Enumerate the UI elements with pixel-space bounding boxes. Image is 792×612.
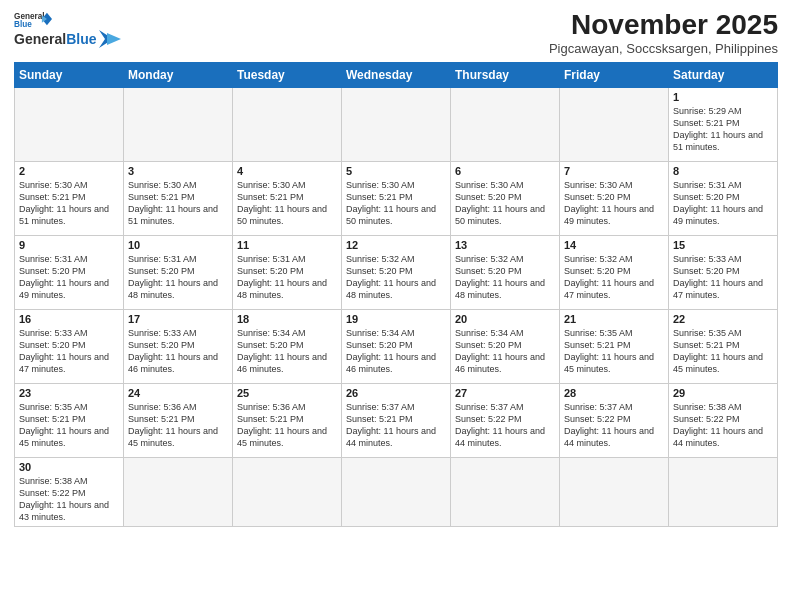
day-2: 2 Sunrise: 5:30 AMSunset: 5:21 PMDayligh… <box>15 161 124 235</box>
title-block: November 2025 Pigcawayan, Soccsksargen, … <box>549 10 778 56</box>
day-19: 19 Sunrise: 5:34 AMSunset: 5:20 PMDaylig… <box>342 309 451 383</box>
day-9: 9 Sunrise: 5:31 AMSunset: 5:20 PMDayligh… <box>15 235 124 309</box>
logo-icon-shape <box>99 30 121 48</box>
day-empty-2 <box>124 87 233 161</box>
day-empty-11 <box>560 457 669 527</box>
calendar-table: Sunday Monday Tuesday Wednesday Thursday… <box>14 62 778 528</box>
week-row-4: 16 Sunrise: 5:33 AMSunset: 5:20 PMDaylig… <box>15 309 778 383</box>
day-27: 27 Sunrise: 5:37 AMSunset: 5:22 PMDaylig… <box>451 383 560 457</box>
day-23: 23 Sunrise: 5:35 AMSunset: 5:21 PMDaylig… <box>15 383 124 457</box>
day-5: 5 Sunrise: 5:30 AMSunset: 5:21 PMDayligh… <box>342 161 451 235</box>
day-24: 24 Sunrise: 5:36 AMSunset: 5:21 PMDaylig… <box>124 383 233 457</box>
day-29: 29 Sunrise: 5:38 AMSunset: 5:22 PMDaylig… <box>669 383 778 457</box>
day-20: 20 Sunrise: 5:34 AMSunset: 5:20 PMDaylig… <box>451 309 560 383</box>
day-8: 8 Sunrise: 5:31 AMSunset: 5:20 PMDayligh… <box>669 161 778 235</box>
week-row-5: 23 Sunrise: 5:35 AMSunset: 5:21 PMDaylig… <box>15 383 778 457</box>
logo-general: General <box>14 31 66 47</box>
day-empty-8 <box>233 457 342 527</box>
day-6: 6 Sunrise: 5:30 AMSunset: 5:20 PMDayligh… <box>451 161 560 235</box>
day-empty-9 <box>342 457 451 527</box>
day-18: 18 Sunrise: 5:34 AMSunset: 5:20 PMDaylig… <box>233 309 342 383</box>
header-thursday: Thursday <box>451 62 560 87</box>
header-tuesday: Tuesday <box>233 62 342 87</box>
week-row-3: 9 Sunrise: 5:31 AMSunset: 5:20 PMDayligh… <box>15 235 778 309</box>
calendar-subtitle: Pigcawayan, Soccsksargen, Philippines <box>549 41 778 56</box>
day-empty-7 <box>124 457 233 527</box>
logo-svg: General Blue <box>14 10 52 28</box>
header-sunday: Sunday <box>15 62 124 87</box>
logo-blue: Blue <box>66 31 96 47</box>
day-10: 10 Sunrise: 5:31 AMSunset: 5:20 PMDaylig… <box>124 235 233 309</box>
day-13: 13 Sunrise: 5:32 AMSunset: 5:20 PMDaylig… <box>451 235 560 309</box>
day-25: 25 Sunrise: 5:36 AMSunset: 5:21 PMDaylig… <box>233 383 342 457</box>
day-28: 28 Sunrise: 5:37 AMSunset: 5:22 PMDaylig… <box>560 383 669 457</box>
day-15: 15 Sunrise: 5:33 AMSunset: 5:20 PMDaylig… <box>669 235 778 309</box>
week-row-2: 2 Sunrise: 5:30 AMSunset: 5:21 PMDayligh… <box>15 161 778 235</box>
day-empty-3 <box>233 87 342 161</box>
day-empty-12 <box>669 457 778 527</box>
day-empty-4 <box>342 87 451 161</box>
day-26: 26 Sunrise: 5:37 AMSunset: 5:21 PMDaylig… <box>342 383 451 457</box>
day-21: 21 Sunrise: 5:35 AMSunset: 5:21 PMDaylig… <box>560 309 669 383</box>
day-3: 3 Sunrise: 5:30 AMSunset: 5:21 PMDayligh… <box>124 161 233 235</box>
day-4: 4 Sunrise: 5:30 AMSunset: 5:21 PMDayligh… <box>233 161 342 235</box>
header-friday: Friday <box>560 62 669 87</box>
header-wednesday: Wednesday <box>342 62 451 87</box>
header: General Blue General Blue November 2025 … <box>14 10 778 56</box>
day-22: 22 Sunrise: 5:35 AMSunset: 5:21 PMDaylig… <box>669 309 778 383</box>
day-30: 30 Sunrise: 5:38 AMSunset: 5:22 PMDaylig… <box>15 457 124 527</box>
calendar-title: November 2025 <box>549 10 778 41</box>
weekday-header-row: Sunday Monday Tuesday Wednesday Thursday… <box>15 62 778 87</box>
day-14: 14 Sunrise: 5:32 AMSunset: 5:20 PMDaylig… <box>560 235 669 309</box>
week-row-1: 1 Sunrise: 5:29 AMSunset: 5:21 PMDayligh… <box>15 87 778 161</box>
day-empty-1 <box>15 87 124 161</box>
svg-text:Blue: Blue <box>14 20 32 28</box>
header-saturday: Saturday <box>669 62 778 87</box>
day-empty-6 <box>560 87 669 161</box>
header-monday: Monday <box>124 62 233 87</box>
week-row-6: 30 Sunrise: 5:38 AMSunset: 5:22 PMDaylig… <box>15 457 778 527</box>
day-empty-10 <box>451 457 560 527</box>
day-16: 16 Sunrise: 5:33 AMSunset: 5:20 PMDaylig… <box>15 309 124 383</box>
day-empty-5 <box>451 87 560 161</box>
day-12: 12 Sunrise: 5:32 AMSunset: 5:20 PMDaylig… <box>342 235 451 309</box>
svg-marker-5 <box>107 33 121 45</box>
logo: General Blue General Blue <box>14 10 121 48</box>
day-7: 7 Sunrise: 5:30 AMSunset: 5:20 PMDayligh… <box>560 161 669 235</box>
day-1: 1 Sunrise: 5:29 AMSunset: 5:21 PMDayligh… <box>669 87 778 161</box>
day-11: 11 Sunrise: 5:31 AMSunset: 5:20 PMDaylig… <box>233 235 342 309</box>
page: General Blue General Blue November 2025 … <box>0 0 792 612</box>
day-17: 17 Sunrise: 5:33 AMSunset: 5:20 PMDaylig… <box>124 309 233 383</box>
